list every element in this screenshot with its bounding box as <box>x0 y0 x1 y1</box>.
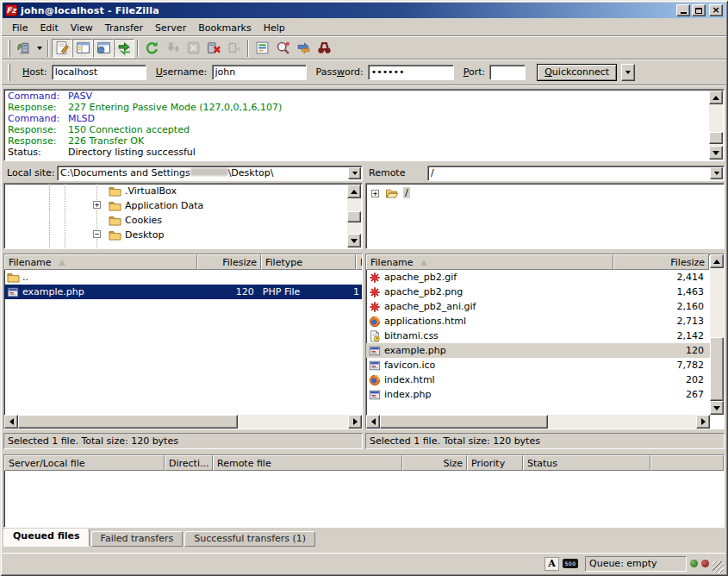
scroll-thumb[interactable] <box>18 415 238 429</box>
local-site-combo[interactable]: C:\Documents and Settings\Desktop\ <box>57 166 363 181</box>
tree-item-desktop[interactable]: − Desktop <box>4 228 347 242</box>
local-tree-scrollbar[interactable] <box>347 185 361 247</box>
column-header-filename[interactable]: Filename <box>366 254 613 270</box>
arrow-down-icon <box>351 239 358 243</box>
scroll-down-button[interactable] <box>347 234 361 247</box>
remote-list-hscrollbar[interactable] <box>366 415 710 429</box>
file-row[interactable]: apache_pb2_ani.gif 2,160 <box>366 299 710 314</box>
site-manager-dropdown[interactable] <box>34 39 45 58</box>
column-header-filetype[interactable]: Filetype <box>261 254 356 270</box>
find-files-button[interactable] <box>314 39 334 58</box>
column-header-filesize[interactable]: Filesize <box>613 254 709 270</box>
remote-site-combo-arrow[interactable] <box>710 167 723 179</box>
file-row[interactable]: applications.html 2,713 <box>366 314 710 329</box>
file-row-example-php[interactable]: example.php 120 <box>366 343 710 358</box>
toggle-transfer-queue-button[interactable] <box>114 39 134 58</box>
quickconnect-dropdown[interactable] <box>621 64 635 81</box>
scroll-left-button[interactable] <box>366 415 380 429</box>
toolbar-grip[interactable] <box>8 40 10 57</box>
scroll-down-button[interactable] <box>709 146 723 160</box>
directory-comparison-button[interactable] <box>272 39 293 58</box>
log-line: Response:226 Transfer OK <box>6 135 708 147</box>
disconnect-button[interactable] <box>203 39 224 58</box>
quickconnect-button[interactable]: Quickconnect <box>537 64 617 81</box>
titlebar[interactable]: Fz john@localhost - FileZilla × <box>3 3 725 18</box>
scroll-right-button[interactable] <box>696 415 710 429</box>
directory-filters-button[interactable] <box>252 39 272 58</box>
site-manager-button[interactable] <box>13 39 34 58</box>
file-row[interactable]: index.html 202 <box>366 373 710 387</box>
column-header-priority[interactable]: Priority <box>467 455 523 471</box>
username-input[interactable] <box>212 65 307 80</box>
menu-file[interactable]: File <box>6 22 34 34</box>
synchronized-browsing-button[interactable] <box>293 39 314 58</box>
password-input[interactable] <box>368 65 454 80</box>
tab-failed-transfers[interactable]: Failed transfers <box>91 531 184 547</box>
menu-help[interactable]: Help <box>258 22 291 34</box>
menu-bookmarks[interactable]: Bookmarks <box>192 22 257 34</box>
toggle-message-log-button[interactable] <box>52 39 72 58</box>
scroll-thumb[interactable] <box>709 132 723 144</box>
file-row[interactable]: favicon.ico 7,782 <box>366 358 710 373</box>
tree-item-cookies[interactable]: Cookies <box>4 213 347 228</box>
process-queue-button[interactable] <box>162 39 183 58</box>
menu-edit[interactable]: Edit <box>34 22 64 34</box>
maximize-button[interactable] <box>692 4 706 16</box>
port-input[interactable] <box>489 65 526 80</box>
column-header-status[interactable]: Status <box>523 455 650 471</box>
refresh-button[interactable] <box>141 39 162 58</box>
local-list-hscrollbar[interactable] <box>4 415 362 429</box>
menu-view[interactable]: View <box>65 22 99 34</box>
menu-server[interactable]: Server <box>149 22 192 34</box>
column-header-remote-file[interactable]: Remote file <box>213 455 402 471</box>
arrow-up-icon <box>712 96 719 100</box>
scroll-thumb[interactable] <box>710 337 724 401</box>
close-button[interactable]: × <box>709 4 723 16</box>
column-header-lastmodified[interactable]: L <box>356 254 363 270</box>
toggle-remote-tree-button[interactable] <box>93 39 114 58</box>
file-row[interactable]: index.php 267 <box>366 387 710 402</box>
menu-transfer[interactable]: Transfer <box>99 22 149 34</box>
file-row[interactable]: apache_pb2.gif 2,414 <box>366 270 710 285</box>
scroll-up-button[interactable] <box>347 185 361 198</box>
column-header-filename[interactable]: Filename <box>4 254 197 270</box>
tree-item-virtualbox[interactable]: .VirtualBox <box>4 184 347 198</box>
toggle-local-tree-button[interactable] <box>72 39 93 58</box>
tree-expander-plus[interactable]: + <box>371 190 379 197</box>
close-icon: × <box>712 5 719 16</box>
remote-site-combo[interactable]: / <box>427 166 725 181</box>
local-site-combo-arrow[interactable] <box>348 167 361 179</box>
log-line: Command:PASV <box>6 91 708 102</box>
tree-item-application-data[interactable]: + Application Data <box>4 198 347 213</box>
file-row-parent-dir[interactable]: .. <box>4 270 362 285</box>
scroll-down-button[interactable] <box>710 401 724 415</box>
minimize-button[interactable] <box>676 4 690 16</box>
scroll-up-button[interactable] <box>709 91 723 104</box>
file-row[interactable]: apache_pb2.png 1,463 <box>366 285 710 299</box>
log-scrollbar[interactable] <box>709 91 723 160</box>
scroll-right-button[interactable] <box>348 415 362 429</box>
tab-successful-transfers[interactable]: Successful transfers (1) <box>184 531 315 547</box>
file-row-example-php[interactable]: example.php 120 PHP File 1 <box>4 285 362 299</box>
scroll-up-button[interactable] <box>710 254 724 268</box>
process-queue-icon <box>165 41 180 55</box>
scroll-left-button[interactable] <box>4 415 18 429</box>
remote-list-vscrollbar[interactable] <box>710 254 724 415</box>
host-input[interactable] <box>52 65 146 80</box>
tree-expander-minus[interactable]: − <box>93 230 101 238</box>
tree-expander-plus[interactable]: + <box>93 201 101 209</box>
reconnect-button[interactable] <box>224 39 245 58</box>
column-header-server-local-file[interactable]: Server/Local file <box>4 455 165 471</box>
scroll-thumb[interactable] <box>380 415 548 429</box>
resize-grip[interactable] <box>712 561 724 573</box>
quickconnect-grip[interactable] <box>8 64 10 81</box>
column-header-filesize[interactable]: Filesize <box>197 254 261 270</box>
cancel-operation-button[interactable] <box>183 39 203 58</box>
column-header-size[interactable]: Size <box>402 455 467 471</box>
column-header-direction[interactable]: Directi... <box>165 455 213 471</box>
scroll-thumb[interactable] <box>347 211 361 222</box>
toolbar-separator <box>137 40 139 57</box>
file-row[interactable]: bitnami.css 2,142 <box>366 329 710 343</box>
tab-queued-files[interactable]: Queued files <box>3 529 90 547</box>
tree-item-root[interactable]: + / <box>366 185 709 200</box>
